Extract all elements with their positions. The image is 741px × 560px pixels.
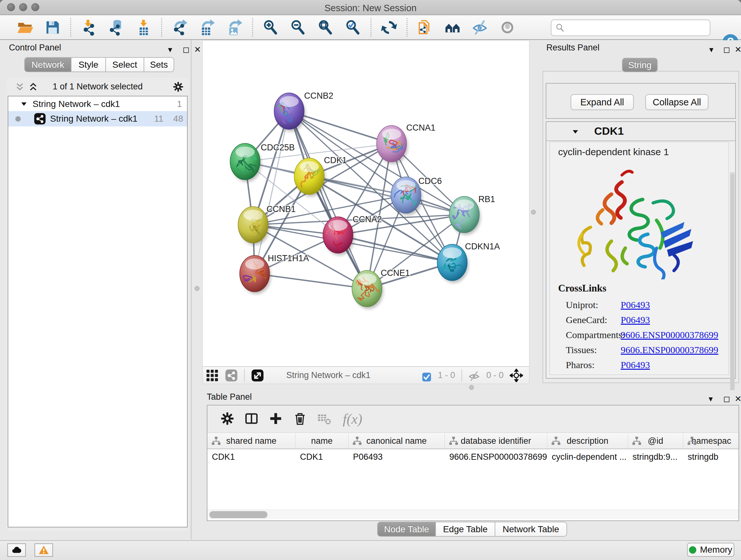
string-import-icon[interactable] — [416, 18, 434, 37]
splitter-handle[interactable] — [195, 286, 199, 291]
hidden-eye-icon[interactable] — [468, 369, 480, 381]
import-network-icon[interactable] — [80, 18, 98, 37]
network-options-gear-icon[interactable] — [172, 81, 184, 92]
string-home-icon[interactable] — [444, 18, 461, 37]
column-label: database identifier — [461, 436, 531, 446]
column-header-shared-name[interactable]: shared name — [207, 433, 295, 449]
maximize-panel-icon[interactable]: ◻ — [721, 45, 732, 55]
network-node-HIST1H1A[interactable] — [239, 255, 271, 294]
close-panel-icon[interactable]: ✕ — [192, 45, 203, 55]
chevron-down-icon[interactable] — [20, 100, 28, 108]
maximize-panel-icon[interactable]: ◻ — [181, 45, 192, 55]
tab-network-table[interactable]: Network Table — [495, 522, 567, 537]
cloud-button[interactable] — [7, 543, 26, 557]
memory-button[interactable]: Memory — [687, 543, 734, 557]
view-grid-icon[interactable] — [205, 369, 219, 382]
zoom-selected-icon[interactable] — [344, 18, 362, 37]
network-node-CCNB2[interactable] — [270, 93, 306, 132]
column-header-canonical-name[interactable]: canonical name — [348, 433, 445, 449]
crosslink-link[interactable]: P06493 — [621, 314, 650, 325]
trash-icon[interactable] — [293, 411, 309, 427]
import-database-icon[interactable] — [107, 18, 125, 37]
maximize-panel-icon[interactable]: ◻ — [721, 394, 732, 404]
gene-section-header[interactable]: CDK1 — [546, 122, 735, 141]
table-cell[interactable]: 9606.ENSP00000378699 — [445, 449, 547, 464]
collapse-all-button[interactable]: Collapse All — [645, 94, 709, 110]
chevron-down-icon[interactable] — [571, 128, 580, 136]
network-node-RB1[interactable] — [449, 196, 481, 235]
show-hide-icon[interactable] — [471, 18, 489, 37]
table-cell[interactable]: CDK1 — [207, 449, 295, 464]
gear-icon[interactable] — [220, 411, 236, 427]
column-label: shared name — [226, 436, 277, 446]
table-delete-icon[interactable] — [317, 411, 333, 427]
import-table-icon[interactable] — [135, 18, 152, 37]
close-panel-icon[interactable]: ✕ — [733, 394, 741, 404]
tab-style[interactable]: Style — [71, 57, 106, 72]
tab-network[interactable]: Network — [24, 57, 71, 72]
crosslink-link[interactable]: P06493 — [621, 360, 650, 370]
network-edge[interactable] — [338, 235, 452, 262]
tab-edge-table[interactable]: Edge Table — [435, 522, 495, 537]
column-header--id[interactable]: @id — [628, 433, 683, 449]
network-node-CDK1[interactable] — [294, 158, 326, 197]
float-panel-icon[interactable]: ▾ — [165, 45, 176, 55]
zoom-out-icon[interactable] — [289, 18, 307, 37]
scrollbar-thumb[interactable] — [731, 173, 734, 426]
expand-all-button[interactable]: Expand All — [570, 94, 634, 110]
close-panel-icon[interactable]: ✕ — [733, 45, 741, 55]
column-header-database-identifier[interactable]: database identifier — [445, 433, 547, 449]
network-node-CCNA2[interactable] — [323, 217, 354, 255]
table-horizontal-scrollbar[interactable] — [207, 509, 738, 519]
network-view-canvas[interactable]: CCNB2CCNA1CDC25BCDK1CDC6RB1CCNB1CCNA2CDK… — [202, 40, 529, 367]
network-edge[interactable] — [255, 273, 367, 289]
crosslink-link[interactable]: P06493 — [621, 300, 650, 310]
open-folder-icon[interactable] — [16, 18, 34, 37]
crosslink-link[interactable]: 9606.ENSP00000378699 — [621, 329, 718, 340]
search-input[interactable] — [565, 21, 710, 35]
columns-icon[interactable] — [244, 411, 260, 427]
float-panel-icon[interactable]: ▾ — [705, 394, 716, 404]
network-collection-row[interactable]: String Network – cdk1 1 — [8, 97, 187, 111]
birdseye-icon[interactable] — [498, 18, 516, 37]
network-node-CCNA1[interactable] — [377, 125, 408, 164]
table-cell[interactable]: stringdb — [683, 449, 740, 464]
column-header-description[interactable]: description — [547, 433, 628, 449]
view-network-icon[interactable] — [225, 369, 238, 382]
scrollbar-thumb[interactable] — [209, 511, 267, 518]
table-cell[interactable]: stringdb:9... — [628, 449, 683, 464]
search-field[interactable] — [551, 19, 711, 36]
network-row-selected[interactable]: String Network – cdk1 11 48 — [8, 111, 187, 126]
column-header-name[interactable]: name — [295, 433, 348, 449]
network-node-CCNE1[interactable] — [352, 270, 383, 309]
plus-icon[interactable] — [268, 411, 284, 427]
column-header-namespac[interactable]: namespac — [683, 433, 740, 449]
refresh-icon[interactable] — [380, 18, 398, 37]
splitter-handle[interactable] — [469, 385, 474, 390]
zoom-fit-icon[interactable] — [317, 18, 334, 37]
table-cell[interactable]: CDK1 — [295, 449, 348, 464]
zoom-in-icon[interactable] — [262, 18, 280, 37]
network-node-CCNB1[interactable] — [238, 206, 269, 245]
table-row[interactable]: CDK1CDK1P064939606.ENSP00000378699cyclin… — [207, 449, 738, 464]
results-scrollbar[interactable] — [730, 172, 735, 428]
export-image-icon[interactable] — [226, 18, 244, 37]
tab-string[interactable]: String — [622, 58, 658, 72]
tab-sets[interactable]: Sets — [144, 57, 174, 72]
birdseye-nav-icon[interactable] — [510, 369, 523, 382]
table-cell[interactable]: cyclin-dependent ... — [547, 449, 628, 464]
save-icon[interactable] — [44, 18, 62, 37]
splitter-handle[interactable] — [531, 210, 536, 214]
function-builder-icon[interactable]: f(x) — [343, 411, 362, 427]
table-cell[interactable]: P06493 — [348, 449, 445, 464]
tab-node-table[interactable]: Node Table — [377, 522, 435, 537]
selected-checkbox-icon[interactable] — [421, 370, 432, 381]
tab-select[interactable]: Select — [106, 57, 144, 72]
export-table-icon[interactable] — [198, 18, 216, 37]
float-panel-icon[interactable]: ▾ — [706, 45, 717, 55]
crosslink-link[interactable]: 9606.ENSP00000378699 — [621, 345, 718, 355]
sitemap-icon — [632, 436, 642, 446]
detach-view-icon[interactable] — [251, 369, 264, 382]
export-network-icon[interactable] — [171, 18, 189, 37]
warning-button[interactable] — [35, 543, 53, 557]
